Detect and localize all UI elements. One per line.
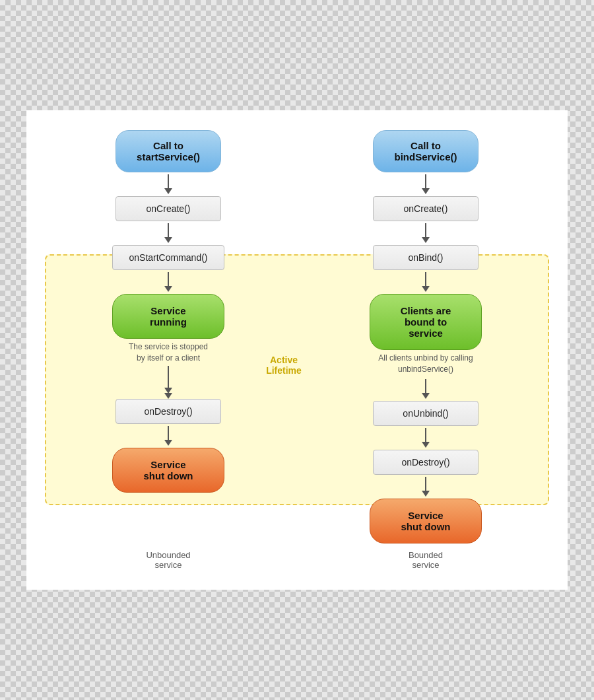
arrow-5-right [422, 426, 430, 450]
oncreate-right-node: onCreate() [373, 196, 478, 221]
service-shutdown-left-node: Service shut down [112, 448, 224, 493]
arrow-4-right [422, 377, 430, 401]
unbounded-label: Unbounded service [63, 550, 274, 570]
start-service-node: Call to startService() [116, 130, 221, 172]
onbind-node: onBind() [373, 245, 478, 270]
arrow-3-right [422, 270, 430, 294]
arrow-1-left [164, 172, 172, 196]
bounded-label: Bounded service [320, 550, 531, 570]
bind-service-node: Call to bindService() [373, 130, 478, 172]
footer-labels: Unbounded service Bounded service [40, 550, 554, 570]
arrow-2-right [422, 221, 430, 245]
arrow-3-left [164, 270, 172, 294]
ondestroy-right-node: onDestroy() [373, 450, 478, 475]
ondestroy-left-node: onDestroy() [116, 399, 221, 424]
arrow-1-right [422, 172, 430, 196]
diagram-container: Active Lifetime Call to startService() o… [26, 110, 568, 590]
service-shutdown-right-node: Service shut down [370, 499, 482, 543]
main-layout: Call to startService() onCreate() onStar… [40, 130, 554, 544]
arrow-2-left [164, 221, 172, 245]
clients-bound-node: Clients are bound to service [370, 294, 482, 350]
clients-bound-note: All clients unbind by calling unbindServ… [372, 350, 479, 378]
onstartcommand-node: onStartCommand() [112, 245, 224, 270]
service-running-node: Service running [112, 294, 224, 339]
arrow-6-right [422, 475, 430, 499]
left-column: Call to startService() onCreate() onStar… [63, 130, 274, 493]
arrow-5-left [164, 424, 172, 448]
onunbind-node: onUnbind() [373, 401, 478, 426]
service-running-note: The service is stopped by itself or a cl… [122, 339, 214, 367]
right-column: Call to bindService() onCreate() onBind(… [320, 130, 531, 544]
oncreate-left-node: onCreate() [116, 196, 221, 221]
arrow-4-left [164, 366, 172, 399]
